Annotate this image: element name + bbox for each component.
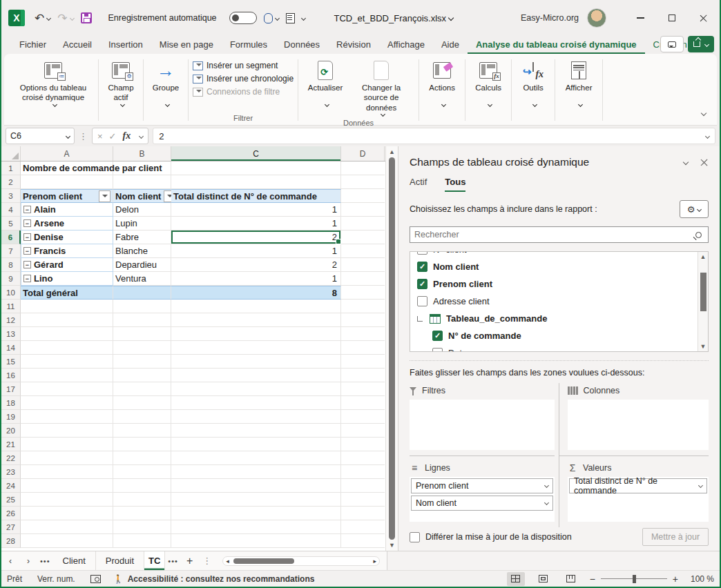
row-header-27[interactable]: 27 — [1, 520, 21, 534]
cell-D26[interactable] — [341, 507, 385, 520]
collapse-ribbon-button[interactable] — [699, 107, 706, 119]
row-header-19[interactable]: 19 — [1, 410, 21, 424]
field-item-prenom-client[interactable]: ✓Prenom client — [417, 275, 698, 293]
cell-C8[interactable]: 2 — [171, 258, 341, 272]
cell-B24[interactable] — [113, 479, 171, 493]
ribbon-tab-accueil[interactable]: Accueil — [55, 37, 100, 54]
cell-C2[interactable] — [171, 175, 341, 189]
horizontal-scroll-thumb[interactable] — [233, 558, 294, 564]
autosave-toggle[interactable] — [229, 12, 257, 24]
cell-C23[interactable] — [171, 465, 341, 479]
print-preview-button[interactable] — [286, 13, 295, 23]
zoom-percentage[interactable]: 100 % — [688, 574, 714, 584]
cell-A1[interactable]: Nombre de commande par client — [21, 161, 113, 175]
cell-A9[interactable]: −Lino — [21, 272, 113, 286]
rows-zone-box[interactable]: Prenom clientNom client — [410, 477, 555, 522]
columns-zone[interactable]: Colonnes — [559, 383, 709, 455]
field-item-tableau-de-commande[interactable]: Tableau_de_commande — [417, 310, 698, 327]
row-header-6[interactable]: 6 — [1, 231, 21, 244]
comments-button[interactable] — [660, 36, 684, 52]
rows-zone[interactable]: ≡Lignes Prenom clientNom client — [410, 455, 555, 528]
cell-A23[interactable] — [21, 465, 113, 479]
cell-D1[interactable] — [341, 161, 385, 175]
cell-D6[interactable] — [341, 231, 385, 244]
cell-B20[interactable] — [113, 424, 171, 438]
filters-zone-box[interactable] — [410, 400, 555, 450]
filters-zone[interactable]: Filtres — [410, 383, 555, 455]
row-header-26[interactable]: 26 — [1, 507, 21, 520]
row-header-3[interactable]: 3 — [1, 189, 21, 203]
row-header-25[interactable]: 25 — [1, 493, 21, 507]
formula-bar-splitter[interactable]: ⋮ — [79, 131, 88, 141]
row-header-1[interactable]: 1 — [1, 161, 21, 175]
column-header-A[interactable]: A — [21, 146, 113, 161]
show-button[interactable]: Afficher — [559, 57, 598, 108]
collapse-item-icon[interactable]: − — [23, 247, 31, 255]
select-all-corner[interactable] — [1, 146, 21, 161]
field-checkbox-nom-client[interactable]: ✓ — [417, 262, 427, 272]
maximize-button[interactable] — [656, 0, 688, 36]
field-item-date[interactable]: Date — [417, 344, 698, 351]
cell-D17[interactable] — [341, 382, 385, 396]
field-checkbox-n-client[interactable] — [417, 252, 427, 255]
values-zone-box[interactable]: Total distinct de N° de commande — [568, 477, 709, 522]
field-scroll-thumb[interactable] — [700, 273, 706, 311]
cell-A6[interactable]: −Denise — [21, 231, 113, 244]
field-checkbox-adresse-client[interactable] — [417, 296, 427, 306]
zoom-slider-thumb[interactable] — [633, 575, 636, 583]
pane-collapse-button[interactable] — [683, 159, 689, 165]
cell-D14[interactable] — [341, 341, 385, 355]
ribbon-tab-affichage[interactable]: Affichage — [379, 37, 433, 54]
cell-B11[interactable] — [113, 300, 171, 313]
formula-input[interactable]: 2 — [153, 128, 715, 144]
account-name[interactable]: Easy-Micro.org — [521, 13, 579, 23]
add-sheet-button[interactable]: + — [181, 555, 198, 567]
row-header-13[interactable]: 13 — [1, 327, 21, 341]
cell-D2[interactable] — [341, 175, 385, 189]
field-search-input[interactable]: Rechercher — [410, 226, 709, 243]
cell-B28[interactable] — [113, 534, 171, 548]
touch-mode-button[interactable] — [264, 13, 279, 23]
cell-A2[interactable] — [21, 175, 113, 189]
cell-C14[interactable] — [171, 341, 341, 355]
redo-button[interactable]: ↷ — [57, 11, 73, 26]
cell-B6[interactable]: Fabre — [113, 231, 171, 244]
cell-C17[interactable] — [171, 382, 341, 396]
cell-A5[interactable]: −Arsene — [21, 217, 113, 231]
cell-D12[interactable] — [341, 313, 385, 327]
cell-D16[interactable] — [341, 369, 385, 382]
row-header-28[interactable]: 28 — [1, 534, 21, 548]
pane-options-button[interactable]: ⚙ — [680, 200, 709, 218]
cell-A12[interactable] — [21, 313, 113, 327]
column-header-C[interactable]: C — [171, 146, 341, 161]
group-expander-icon[interactable] — [417, 316, 423, 322]
cell-B16[interactable] — [113, 369, 171, 382]
zone-field-prenom-client[interactable]: Prenom client — [411, 478, 553, 493]
row-header-2[interactable]: 2 — [1, 175, 21, 189]
row-header-5[interactable]: 5 — [1, 217, 21, 231]
cell-B22[interactable] — [113, 451, 171, 465]
tools-button[interactable]: ↪fx Outils — [516, 57, 550, 108]
cell-C20[interactable] — [171, 424, 341, 438]
cell-A11[interactable] — [21, 300, 113, 313]
cell-C6[interactable]: 2 — [171, 231, 341, 244]
cell-A25[interactable] — [21, 493, 113, 507]
hscroll-right-arrow[interactable]: ▸ — [373, 558, 376, 565]
pane-close-button[interactable] — [700, 158, 709, 166]
column-header-D[interactable]: D — [341, 146, 385, 161]
cell-D27[interactable] — [341, 520, 385, 534]
cell-C4[interactable]: 1 — [171, 203, 341, 217]
row-header-4[interactable]: 4 — [1, 203, 21, 217]
cell-A21[interactable] — [21, 438, 113, 451]
cell-A28[interactable] — [21, 534, 113, 548]
ribbon-tab-fichier[interactable]: Fichier — [11, 37, 55, 54]
cell-A14[interactable] — [21, 341, 113, 355]
cell-C5[interactable]: 1 — [171, 217, 341, 231]
ribbon-tab-r-vision[interactable]: Révision — [328, 37, 379, 54]
row-header-9[interactable]: 9 — [1, 272, 21, 286]
cell-A19[interactable] — [21, 410, 113, 424]
field-item-nom-client[interactable]: ✓Nom client — [417, 258, 698, 275]
sheet-tab-client[interactable]: Client — [53, 551, 96, 570]
cancel-entry-button[interactable]: × — [97, 131, 103, 141]
row-header-12[interactable]: 12 — [1, 313, 21, 327]
